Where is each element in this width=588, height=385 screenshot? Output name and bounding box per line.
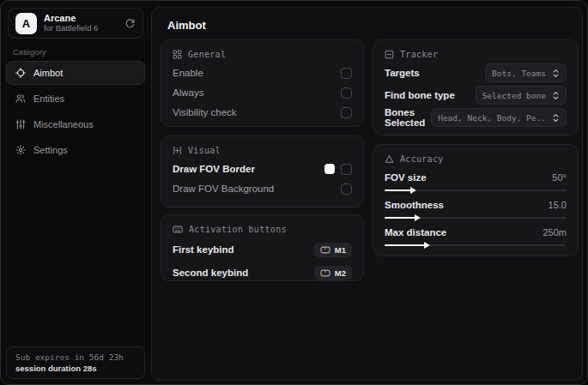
chevrons-up-down-icon	[552, 91, 560, 100]
find-bone-type-select[interactable]: Selected bone	[476, 86, 567, 105]
setting-label: First keybind	[173, 244, 234, 255]
card-activation-buttons: Activation buttons First keybind M1 Seco…	[161, 214, 364, 281]
sidebar-item-aimbot[interactable]: Aimbot	[6, 61, 145, 85]
slider-label: Max distance	[385, 227, 446, 238]
bones-selected-select[interactable]: Head, Neck, Body, Pe..	[431, 108, 567, 127]
slider-value: 50°	[552, 172, 567, 183]
card-title: General	[188, 50, 226, 59]
mouse-icon	[320, 269, 330, 277]
slider-thumb[interactable]	[424, 242, 430, 249]
category-label: Category	[13, 47, 46, 57]
frame-minus-icon	[385, 50, 394, 59]
setting-label: Enable	[173, 68, 203, 78]
keyboard-icon	[173, 225, 183, 234]
refresh-icon[interactable]	[124, 18, 136, 29]
card-tracker-header: Tracker	[385, 50, 567, 59]
adjustments-icon	[173, 146, 182, 155]
setting-row-visibility-check: Visibility check	[173, 106, 352, 118]
slider-thumb[interactable]	[415, 214, 421, 221]
sidebar-item-label: Aimbot	[33, 68, 63, 78]
card-accuracy: Accuracy FOV size 50° Smoothness 15.0	[373, 144, 579, 256]
setting-row-bones-selected: Bones Selected Head, Neck, Body, Pe..	[385, 109, 567, 126]
enable-checkbox[interactable]	[341, 68, 352, 79]
setting-row-first-keybind: First keybind M1	[173, 242, 352, 257]
card-accuracy-header: Accuracy	[385, 154, 567, 164]
slider-group-smoothness: Smoothness 15.0	[385, 199, 567, 219]
fov-border-color-swatch[interactable]	[324, 164, 335, 174]
users-icon	[15, 93, 26, 104]
second-keybind-button[interactable]: M2	[314, 266, 352, 280]
subscription-info: Sub expires in 56d 23h session duration …	[6, 346, 145, 379]
first-keybind-button[interactable]: M1	[314, 243, 352, 257]
select-value: Selected bone	[482, 91, 546, 100]
card-activation-header: Activation buttons	[173, 225, 352, 234]
slider-label: FOV size	[385, 172, 427, 183]
crosshair-icon	[15, 68, 26, 78]
keybind-value: M1	[335, 245, 346, 255]
sidebar-item-label: Miscellaneous	[33, 119, 94, 129]
card-title: Tracker	[400, 50, 438, 59]
app-window: A Arcane for Battlefield 6 Category	[0, 0, 588, 385]
page-title: Aimbot	[167, 19, 206, 32]
triangle-icon	[385, 154, 394, 164]
setting-label: Draw FOV Border	[173, 164, 255, 174]
app-subtitle: for Battlefield 6	[44, 24, 98, 33]
setting-row-second-keybind: Second keybind M2	[173, 265, 352, 280]
setting-label: Bones Selected	[385, 107, 431, 128]
setting-label: Draw FOV Background	[173, 183, 274, 194]
card-visual: Visual Draw FOV Border Draw FOV Backgrou…	[161, 135, 364, 208]
card-title: Activation buttons	[189, 225, 287, 234]
setting-label: Find bone type	[385, 90, 455, 100]
card-visual-header: Visual	[173, 146, 352, 155]
draw-fov-background-checkbox[interactable]	[341, 183, 352, 195]
card-title: Visual	[188, 146, 221, 155]
select-value: Bots, Teams	[492, 69, 546, 78]
setting-label: Second keybind	[173, 268, 248, 278]
setting-row-draw-fov-border: Draw FOV Border	[173, 163, 352, 175]
card-general-header: General	[173, 50, 352, 59]
sidebar-item-settings[interactable]: Settings	[6, 138, 145, 162]
draw-fov-border-checkbox[interactable]	[341, 164, 352, 175]
card-general: General Enable Always Visibility check	[161, 39, 364, 127]
app-name: Arcane	[44, 13, 98, 24]
card-tracker: Tracker Targets Bots, Teams Find bone ty…	[373, 39, 579, 135]
gear-icon	[15, 145, 26, 155]
slider-value: 250m	[543, 227, 567, 238]
setting-label: Visibility check	[173, 107, 237, 117]
setting-row-draw-fov-background: Draw FOV Background	[173, 183, 352, 195]
setting-row-targets: Targets Bots, Teams	[385, 64, 567, 81]
max-distance-slider[interactable]	[385, 244, 567, 246]
grid-icon	[173, 50, 182, 59]
slider-thumb[interactable]	[410, 187, 416, 194]
brand-card: A Arcane for Battlefield 6	[8, 8, 143, 39]
main-panel: Aimbot General Enable Always	[151, 7, 583, 381]
sidebar: A Arcane for Battlefield 6 Category	[1, 1, 151, 384]
setting-row-always: Always	[173, 87, 352, 99]
setting-label: Targets	[385, 68, 420, 78]
smoothness-slider[interactable]	[385, 217, 567, 219]
targets-select[interactable]: Bots, Teams	[485, 63, 567, 82]
chevrons-up-down-icon	[552, 69, 560, 78]
setting-row-find-bone-type: Find bone type Selected bone	[385, 87, 567, 104]
sidebar-item-entities[interactable]: Entities	[6, 87, 145, 111]
slider-group-fov-size: FOV size 50°	[385, 171, 567, 191]
visibility-check-checkbox[interactable]	[341, 107, 352, 118]
mouse-icon	[320, 246, 330, 254]
sidebar-item-label: Entities	[33, 93, 64, 104]
slider-group-max-distance: Max distance 250m	[385, 226, 567, 246]
app-logo: A	[15, 13, 37, 34]
fov-size-slider[interactable]	[385, 189, 567, 191]
sidebar-item-miscellaneous[interactable]: Miscellaneous	[6, 112, 145, 136]
sidebar-item-label: Settings	[33, 145, 68, 155]
sliders-icon	[15, 119, 26, 129]
card-title: Accuracy	[400, 154, 444, 164]
slider-value: 15.0	[549, 200, 567, 210]
setting-row-enable: Enable	[173, 67, 352, 79]
always-checkbox[interactable]	[341, 87, 352, 99]
select-value: Head, Neck, Body, Pe..	[438, 113, 546, 123]
setting-label: Always	[173, 87, 203, 98]
chevrons-up-down-icon	[552, 113, 560, 123]
keybind-value: M2	[335, 268, 346, 278]
slider-label: Smoothness	[385, 200, 444, 210]
sidebar-nav: Aimbot Entities	[6, 61, 145, 162]
